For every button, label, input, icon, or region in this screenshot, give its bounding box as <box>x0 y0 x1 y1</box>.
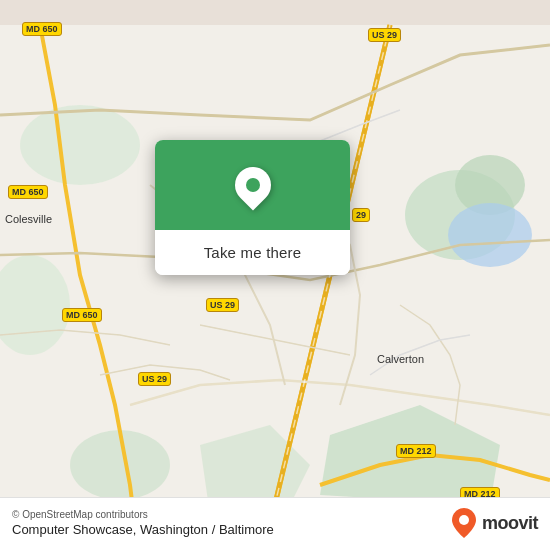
location-title: Computer Showcase, Washington / Baltimor… <box>12 522 274 537</box>
take-me-there-button[interactable]: Take me there <box>155 230 350 275</box>
popup-pin <box>227 160 278 211</box>
map-svg <box>0 0 550 550</box>
place-label-colesville: Colesville <box>5 213 52 225</box>
popup-map-area <box>155 140 350 230</box>
popup-card: Take me there <box>155 140 350 275</box>
bottom-bar-left: © OpenStreetMap contributors Computer Sh… <box>12 509 274 537</box>
road-label-us29-top: US 29 <box>368 28 401 42</box>
bottom-bar: © OpenStreetMap contributors Computer Sh… <box>0 497 550 550</box>
road-label-29-badge: 29 <box>352 208 370 222</box>
svg-point-8 <box>448 203 532 267</box>
road-label-us29-mid: US 29 <box>206 298 239 312</box>
road-label-md650-top: MD 650 <box>22 22 62 36</box>
road-label-us29-bot: US 29 <box>138 372 171 386</box>
moovit-pin-icon <box>450 506 478 540</box>
popup-pin-inner <box>246 178 260 192</box>
svg-point-12 <box>459 515 469 525</box>
map-container: US 29 29 US 29 US 29 MD 650 MD 650 MD 65… <box>0 0 550 550</box>
moovit-logo: moovit <box>450 506 538 540</box>
osm-attribution: © OpenStreetMap contributors <box>12 509 274 520</box>
place-label-calverton: Calverton <box>377 353 424 365</box>
road-label-md650-mid: MD 650 <box>8 185 48 199</box>
road-label-md650-bot: MD 650 <box>62 308 102 322</box>
moovit-text: moovit <box>482 513 538 534</box>
road-label-md212-right: MD 212 <box>396 444 436 458</box>
svg-point-4 <box>20 105 140 185</box>
